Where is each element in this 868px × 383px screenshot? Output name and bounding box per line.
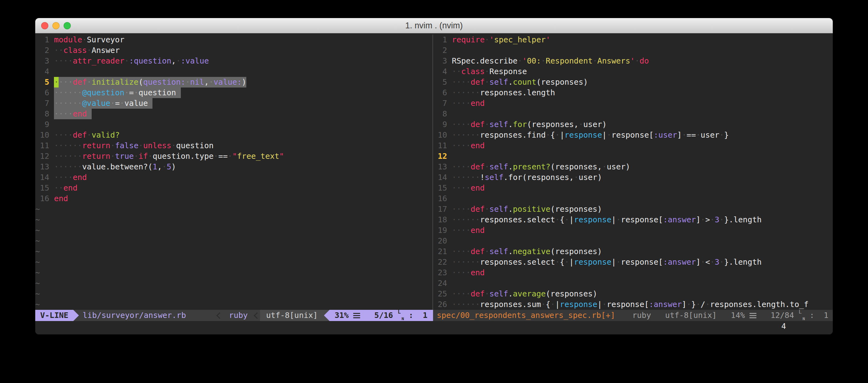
code-line[interactable]: 7······@value·=·value: [35, 98, 432, 109]
whitespace-dot: ·: [54, 152, 59, 161]
whitespace-dot: ·: [68, 152, 73, 161]
number-gap: [49, 183, 54, 194]
code-token: {: [560, 215, 564, 224]
code-token: response[: [621, 257, 663, 267]
code-line[interactable]: 3RSpec.describe·'00:·Respondent·Answers'…: [433, 56, 833, 66]
scroll-percent: 31%: [335, 310, 348, 321]
code-line[interactable]: 13······value.between?(1,·5): [35, 162, 432, 172]
line-number: 23: [433, 268, 447, 278]
powerline-arrow-icon: [324, 310, 330, 321]
whitespace-dot: ·: [555, 131, 560, 139]
code-line[interactable]: 9: [35, 119, 432, 130]
code-text: ······responses.select·{·|response|·resp…: [452, 257, 762, 268]
code-token: attr_reader: [73, 56, 124, 65]
whitespace-dot: ·: [461, 226, 466, 235]
code-line[interactable]: 22······responses.select·{·|response|·re…: [433, 257, 833, 268]
number-gap: [447, 246, 452, 257]
code-line[interactable]: 5····def·self.count(responses): [433, 77, 833, 88]
whitespace-dot: ·: [162, 162, 166, 171]
code-line[interactable]: 11······return·false·unless·question: [35, 140, 432, 151]
line-number: 6: [35, 88, 49, 98]
code-line[interactable]: 8: [433, 109, 833, 119]
code-token: @question: [82, 88, 124, 97]
whitespace-dot: ·: [452, 226, 457, 235]
whitespace-dot: ·: [78, 99, 82, 108]
code-line[interactable]: 4··class·Response: [433, 66, 833, 77]
code-line[interactable]: 14····end: [35, 172, 432, 183]
whitespace-dot: ·: [461, 120, 466, 129]
titlebar[interactable]: 1. nvim . (nvim): [35, 18, 833, 33]
code-token: negative: [513, 247, 550, 256]
whitespace-dot: ·: [457, 268, 461, 277]
whitespace-dot: ·: [635, 56, 640, 65]
code-token: .: [508, 77, 513, 86]
pane-answer-rb[interactable]: 1module·Surveyor2··class·Answer3····attr…: [35, 35, 432, 310]
number-gap: [447, 98, 452, 109]
pane-spec-rb[interactable]: 1require·'spec_helper'23RSpec.describe·'…: [433, 35, 833, 310]
code-line[interactable]: 5····def·initialize(question:·nil,·value…: [35, 77, 432, 88]
code-line[interactable]: 1module·Surveyor: [35, 35, 432, 45]
code-line[interactable]: 4: [35, 66, 432, 77]
code-line[interactable]: 6······@question·=·question: [35, 88, 432, 98]
number-gap: [49, 194, 54, 204]
code-line[interactable]: 2··class·Answer: [35, 45, 432, 56]
command-line[interactable]: 4: [35, 321, 833, 335]
line-number: 11: [35, 140, 49, 151]
code-text: end: [54, 194, 68, 204]
code-line[interactable]: 16: [433, 194, 833, 204]
number-gap: [447, 88, 452, 98]
code-line[interactable]: 3····attr_reader·:question,·:value: [35, 56, 432, 66]
whitespace-dot: ·: [63, 99, 68, 108]
whitespace-dot: ·: [209, 77, 214, 86]
code-token: 5: [167, 162, 172, 171]
code-line[interactable]: 23····end: [433, 268, 833, 278]
number-gap: [49, 98, 54, 109]
code-line[interactable]: 17····def·self.positive(responses): [433, 204, 833, 214]
code-line[interactable]: 26······responses.sum·{·|response|·respo…: [433, 299, 833, 310]
code-token: end: [470, 183, 485, 193]
code-line[interactable]: 15····end: [433, 183, 833, 194]
whitespace-dot: ·: [461, 162, 466, 171]
code-line[interactable]: 21····def·self.negative(responses): [433, 246, 833, 257]
code-line[interactable]: 1require·'spec_helper': [433, 35, 833, 45]
code-token: :answer: [663, 257, 696, 267]
code-token: Surveyor: [87, 35, 124, 44]
code-line[interactable]: 11····end: [433, 140, 833, 151]
number-gap: [447, 183, 452, 194]
zoom-button[interactable]: [64, 22, 71, 29]
tilde-line: ~: [35, 289, 432, 299]
whitespace-dot: ·: [63, 173, 68, 182]
code-line[interactable]: 8····end: [35, 109, 432, 119]
code-line[interactable]: 10······responses.find·{·|response|·resp…: [433, 130, 833, 140]
code-line[interactable]: 15··end: [35, 183, 432, 194]
code-token: ]: [677, 131, 682, 139]
code-token: ==: [218, 152, 227, 161]
code-line[interactable]: 2: [433, 45, 833, 56]
code-line[interactable]: 14······!self.for(responses,·user): [433, 172, 833, 183]
close-button[interactable]: [41, 22, 48, 29]
code-line[interactable]: 7····end: [433, 98, 833, 109]
code-line[interactable]: 9····def·self.for(responses,·user): [433, 119, 833, 130]
whitespace-dot: ·: [485, 120, 490, 129]
code-line[interactable]: 24: [433, 278, 833, 289]
code-line[interactable]: 12······return·true·if·question.type·==·…: [35, 151, 432, 162]
code-line[interactable]: 12: [433, 151, 833, 162]
minimize-button[interactable]: [52, 22, 60, 29]
number-gap: [447, 109, 452, 119]
code-line[interactable]: 19····end: [433, 225, 833, 236]
whitespace-dot: ·: [214, 152, 218, 161]
code-token: question.type: [152, 152, 214, 161]
code-token: /: [701, 300, 705, 309]
code-line[interactable]: 16end: [35, 194, 432, 204]
number-gap: [49, 109, 54, 119]
code-line[interactable]: 6······responses.length: [433, 88, 833, 98]
code-line[interactable]: 10····def·valid?: [35, 130, 432, 140]
code-token: ]: [696, 257, 701, 267]
code-line[interactable]: 20: [433, 236, 833, 246]
code-line[interactable]: 25····def·self.average(responses): [433, 289, 833, 299]
whitespace-dot: ·: [68, 88, 73, 97]
whitespace-dot: ·: [111, 141, 115, 150]
code-line[interactable]: 18······responses.select·{·|response|·re…: [433, 214, 833, 225]
code-line[interactable]: 13····def·self.present?(responses,·user): [433, 162, 833, 172]
whitespace-dot: ·: [457, 183, 461, 193]
